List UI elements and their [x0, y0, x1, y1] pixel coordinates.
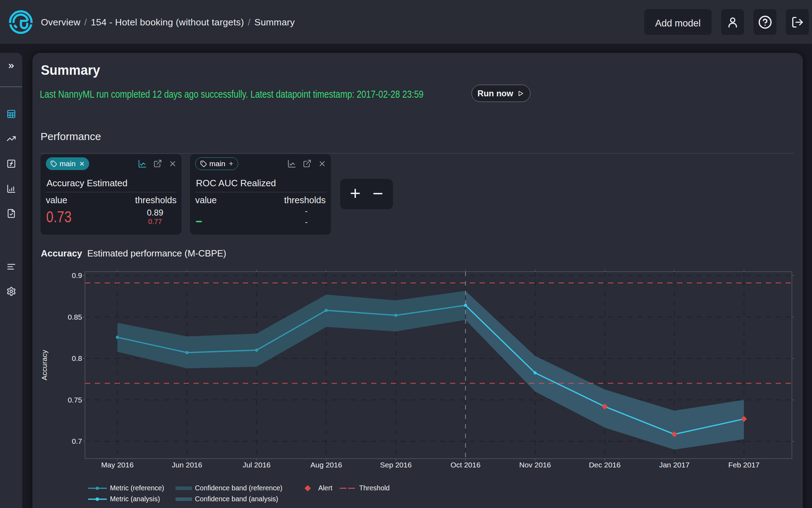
svg-text:Nov 2016: Nov 2016 [519, 461, 551, 469]
svg-text:Metric (reference): Metric (reference) [110, 484, 164, 492]
svg-text:Dec 2016: Dec 2016 [589, 461, 621, 469]
svg-text:Feb 2017: Feb 2017 [728, 461, 760, 469]
svg-text:Aug 2016: Aug 2016 [310, 461, 342, 469]
svg-text:0.75: 0.75 [68, 396, 82, 404]
svg-text:0.9: 0.9 [72, 271, 82, 279]
svg-text:Confidence band (reference): Confidence band (reference) [195, 484, 282, 492]
svg-text:May 2016: May 2016 [101, 461, 134, 469]
svg-text:Jun 2016: Jun 2016 [172, 461, 202, 469]
svg-text:Jul 2016: Jul 2016 [242, 461, 270, 469]
svg-text:Jan 2017: Jan 2017 [659, 461, 689, 469]
svg-text:Alert: Alert [318, 484, 333, 492]
svg-text:Accuracy: Accuracy [40, 350, 48, 380]
svg-text:Threshold: Threshold [359, 484, 390, 492]
svg-text:Sep 2016: Sep 2016 [380, 461, 412, 469]
svg-text:Oct 2016: Oct 2016 [450, 461, 480, 469]
svg-text:0.8: 0.8 [72, 354, 82, 362]
svg-text:Confidence band (analysis): Confidence band (analysis) [195, 495, 278, 503]
svg-text:0.7: 0.7 [72, 437, 82, 445]
svg-text:Metric (analysis): Metric (analysis) [110, 495, 160, 503]
svg-text:0.85: 0.85 [68, 313, 82, 321]
